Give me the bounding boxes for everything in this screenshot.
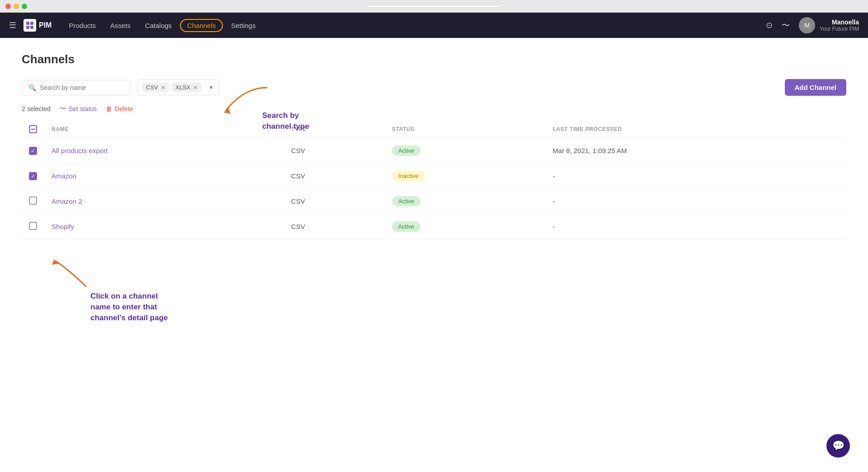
close-button[interactable] [5, 4, 11, 9]
filter-dropdown-icon[interactable]: ▼ [208, 84, 214, 91]
status-badge-active: Active [392, 221, 420, 232]
search-box[interactable]: 🔍 [22, 80, 130, 95]
filter-tag-csv-label: CSV [146, 84, 158, 91]
user-name: Manoella [820, 19, 859, 26]
add-channel-button[interactable]: Add Channel [785, 79, 847, 96]
svg-rect-2 [26, 26, 29, 29]
search-icon: 🔍 [28, 84, 36, 91]
col-last-processed: LAST TIME PROCESSED [545, 120, 846, 138]
row-checkbox-cell[interactable] [22, 189, 44, 214]
analytics-icon[interactable]: 〜 [782, 20, 790, 31]
svg-rect-0 [26, 22, 29, 25]
row-1-checkbox[interactable] [29, 147, 37, 155]
row-3-last-processed: - [545, 189, 846, 214]
filter-tag-xlsx-label: XLSX [175, 84, 190, 91]
row-checkbox-cell[interactable] [22, 164, 44, 189]
maximize-button[interactable] [22, 4, 27, 9]
row-2-type: CSV [284, 164, 385, 189]
delete-button[interactable]: 🗑 Delete [106, 105, 133, 112]
status-badge-active: Active [392, 145, 420, 156]
row-1-status: Active [385, 138, 545, 164]
filter-box[interactable]: CSV ✕ XLSX ✕ ▼ [137, 79, 219, 95]
annotation-arrow-1 [217, 83, 271, 119]
user-menu[interactable]: M Manoella Your Future PIM [799, 17, 859, 33]
user-subtitle: Your Future PIM [820, 26, 859, 32]
col-name: NAME [44, 120, 284, 138]
annotation-click-channel: Click on a channelname to enter thatchan… [90, 291, 168, 323]
row-2-checkbox[interactable] [29, 172, 37, 180]
row-2-last-processed: - [545, 164, 846, 189]
delete-label: Delete [115, 105, 133, 112]
filter-tag-xlsx-close[interactable]: ✕ [193, 84, 198, 91]
selection-count: 2 selected [22, 105, 51, 112]
table-row: All products export CSV Active Mar 8, 20… [22, 138, 846, 164]
nav-assets[interactable]: Assets [104, 19, 137, 32]
avatar: M [799, 17, 815, 33]
filter-tag-xlsx[interactable]: XLSX ✕ [172, 83, 201, 92]
table-header: NAME TYPE STATUS LAST TIME PROCESSED [22, 120, 846, 138]
svg-rect-3 [30, 26, 33, 29]
row-2-name[interactable]: Amazon [44, 164, 284, 189]
filter-tag-csv[interactable]: CSV ✕ [142, 83, 169, 92]
col-checkbox [22, 120, 44, 138]
minimize-button[interactable] [14, 4, 19, 9]
row-3-type: CSV [284, 189, 385, 214]
status-badge-active: Active [392, 196, 420, 206]
row-4-name[interactable]: Shopify [44, 214, 284, 239]
user-info: Manoella Your Future PIM [820, 19, 859, 32]
logo-text: PIM [39, 21, 52, 29]
logo-icon [24, 19, 36, 32]
delete-icon: 🗑 [106, 105, 112, 112]
table-body: All products export CSV Active Mar 8, 20… [22, 138, 846, 239]
row-1-name[interactable]: All products export [44, 138, 284, 164]
set-status-label: Set status [69, 105, 97, 112]
row-3-name[interactable]: Amazon 2 [44, 189, 284, 214]
annotation-search-type: Search bychannel type [262, 110, 309, 132]
logo: PIM [24, 19, 52, 32]
nav-channels[interactable]: Channels [180, 19, 223, 32]
help-icon[interactable]: ⊙ [766, 20, 773, 30]
set-status-button[interactable]: 〜 Set status [60, 105, 97, 113]
row-4-last-processed: - [545, 214, 846, 239]
search-input[interactable] [40, 84, 121, 91]
topbar: ☰ PIM Products Assets Catalogs Channels … [0, 13, 868, 38]
main-nav: Products Assets Catalogs Channels Settin… [62, 19, 762, 32]
svg-rect-1 [30, 22, 33, 25]
row-2-status: Inactive [385, 164, 545, 189]
row-1-last-processed: Mar 8, 2021, 1:09:25 AM [545, 138, 846, 164]
chat-bubble[interactable]: 💬 [826, 434, 850, 458]
row-3-checkbox[interactable] [29, 196, 37, 205]
annotation-click-channel-text: Click on a channelname to enter thatchan… [90, 291, 168, 323]
set-status-icon: 〜 [60, 105, 66, 113]
table-row: Amazon CSV Inactive - [22, 164, 846, 189]
status-badge-inactive: Inactive [392, 171, 425, 181]
row-checkbox-cell[interactable] [22, 214, 44, 239]
row-3-status: Active [385, 189, 545, 214]
table-row: Amazon 2 CSV Active - [22, 189, 846, 214]
nav-products[interactable]: Products [62, 19, 102, 32]
select-all-checkbox[interactable] [29, 125, 37, 133]
annotation-arrow-2 [50, 255, 95, 291]
table-row: Shopify CSV Active - [22, 214, 846, 239]
row-4-checkbox[interactable] [29, 222, 37, 230]
toolbar: 🔍 CSV ✕ XLSX ✕ ▼ Add Channel [22, 79, 846, 96]
row-4-status: Active [385, 214, 545, 239]
main-content: Channels 🔍 CSV ✕ XLSX ✕ ▼ Add Channel 2 … [0, 38, 868, 472]
row-4-type: CSV [284, 214, 385, 239]
channels-table: NAME TYPE STATUS LAST TIME PROCESSED All… [22, 120, 846, 239]
nav-catalogs[interactable]: Catalogs [139, 19, 178, 32]
row-1-type: CSV [284, 138, 385, 164]
hamburger-menu[interactable]: ☰ [9, 20, 16, 30]
url-bar[interactable] [366, 5, 502, 8]
row-checkbox-cell[interactable] [22, 138, 44, 164]
filter-tag-csv-close[interactable]: ✕ [161, 84, 165, 91]
nav-settings[interactable]: Settings [225, 19, 262, 32]
selection-toolbar: 2 selected 〜 Set status 🗑 Delete [22, 105, 846, 113]
topbar-right: ⊙ 〜 M Manoella Your Future PIM [766, 17, 859, 33]
window-chrome [0, 0, 868, 13]
col-status: STATUS [385, 120, 545, 138]
page-title: Channels [22, 52, 846, 66]
